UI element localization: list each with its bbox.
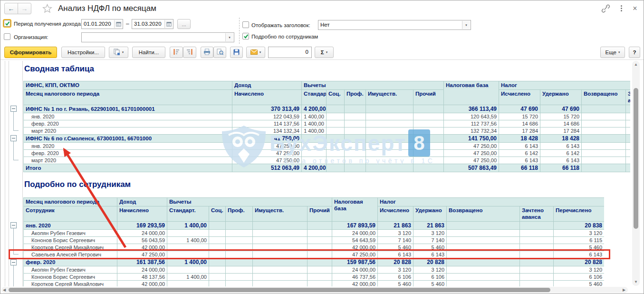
organization-combo[interactable]: ▾ <box>81 32 234 42</box>
value-cell[interactable] <box>626 143 630 150</box>
name-cell[interactable]: янв. 2020 <box>24 222 117 230</box>
value-cell[interactable]: 47 250,00 <box>117 251 167 258</box>
report-variants-button[interactable]: ▾ <box>109 47 128 58</box>
scroll-up-button[interactable]: ▲ <box>632 63 640 67</box>
value-cell[interactable]: 66 118 <box>499 164 540 172</box>
value-cell[interactable] <box>253 281 308 287</box>
value-cell[interactable] <box>327 135 345 143</box>
name-cell[interactable]: ИФНС № 1 по г. Рязань, 622901001, 617010… <box>24 105 232 113</box>
value-cell[interactable]: 6 143 <box>499 143 540 150</box>
generate-button[interactable]: Сформировать <box>4 47 57 58</box>
name-cell[interactable]: Итого <box>24 164 232 172</box>
value-cell[interactable]: 167 893,59 <box>332 222 378 230</box>
value-cell[interactable]: 6 106 <box>378 274 413 281</box>
value-cell[interactable] <box>308 258 332 266</box>
value-cell[interactable]: 24 000,00 <box>332 230 378 237</box>
value-cell[interactable] <box>345 113 366 120</box>
period-from-input[interactable]: 01.01.2020 <box>81 19 123 29</box>
value-cell[interactable]: 6 142 <box>499 150 540 157</box>
value-cell[interactable]: 3 120 <box>378 230 413 237</box>
name-cell[interactable]: ИФНС № 6 по г.Смоленск, 673001001, 66701… <box>24 135 232 143</box>
h-scrollbar[interactable]: ◀ ▶ <box>1 287 628 293</box>
value-cell[interactable] <box>520 244 554 251</box>
value-cell[interactable]: 47 250,00 <box>332 251 378 258</box>
value-cell[interactable]: 6 106 <box>413 274 447 281</box>
value-cell[interactable] <box>308 251 332 258</box>
chevron-down-icon[interactable]: ▾ <box>225 33 233 41</box>
value-cell[interactable]: 6 143 <box>554 251 604 258</box>
value-cell[interactable]: 512 063,49 <box>232 164 302 172</box>
value-cell[interactable] <box>345 105 366 113</box>
value-cell[interactable] <box>520 274 554 281</box>
value-cell[interactable] <box>209 244 226 251</box>
value-cell[interactable] <box>327 105 345 113</box>
value-cell[interactable]: 141 750,00 <box>232 135 302 143</box>
name-cell[interactable]: Коротков Сергей Михайлович <box>24 281 117 287</box>
link-icon[interactable] <box>601 4 610 15</box>
value-cell[interactable]: 24 000,00 <box>117 230 167 237</box>
value-cell[interactable] <box>366 120 413 127</box>
name-cell[interactable]: Савельев Алексей Петрович <box>24 251 117 258</box>
value-cell[interactable] <box>327 113 345 120</box>
value-cell[interactable] <box>226 281 253 287</box>
value-cell[interactable] <box>582 105 626 113</box>
value-cell[interactable] <box>253 258 308 266</box>
value-cell[interactable]: 132 732,34 <box>444 127 499 135</box>
value-cell[interactable] <box>327 150 345 157</box>
value-cell[interactable] <box>302 143 327 150</box>
value-cell[interactable]: 5 460 <box>378 281 413 287</box>
value-cell[interactable] <box>447 237 520 244</box>
sum-button[interactable]: Σ ▾ <box>315 47 334 58</box>
value-cell[interactable]: 5 460 <box>554 281 604 287</box>
collapse-groups-button[interactable] <box>170 47 183 58</box>
value-cell[interactable] <box>582 164 626 172</box>
collapse-toggle[interactable] <box>10 106 17 112</box>
value-cell[interactable] <box>447 281 520 287</box>
value-cell[interactable]: 6 143 <box>413 251 447 258</box>
collapse-toggle[interactable] <box>10 222 17 228</box>
value-cell[interactable] <box>345 143 366 150</box>
value-cell[interactable]: 47 250,00 <box>444 143 499 150</box>
show-header-combo[interactable]: Нет ▾ <box>318 20 471 30</box>
value-cell[interactable] <box>366 150 413 157</box>
detail-child-row[interactable]: Кононов Борис Сергеевич48 137,561 400,00… <box>24 274 605 281</box>
value-cell[interactable] <box>253 222 308 230</box>
value-cell[interactable]: 1 400,00 <box>302 113 327 120</box>
name-cell[interactable]: Акопян Рубен Гезевич <box>24 266 117 274</box>
calendar-icon[interactable] <box>164 20 173 28</box>
name-cell[interactable]: февр. 2020 <box>24 120 232 127</box>
value-cell[interactable]: 6 143 <box>540 157 582 164</box>
value-cell[interactable]: 42 000,00 <box>332 281 378 287</box>
value-cell[interactable]: 370 313,49 <box>232 105 302 113</box>
detail-child-row[interactable]: Кононов Борис Сергеевич56 043,591 400,00… <box>24 237 605 244</box>
value-cell[interactable] <box>209 251 226 258</box>
value-cell[interactable] <box>302 135 327 143</box>
value-cell[interactable] <box>308 237 332 244</box>
value-cell[interactable] <box>447 274 520 281</box>
value-cell[interactable]: 47 250,00 <box>444 157 499 164</box>
value-cell[interactable] <box>226 222 253 230</box>
name-cell[interactable]: март 2020 <box>24 127 232 135</box>
back-button[interactable]: ← <box>4 3 18 14</box>
value-cell[interactable] <box>413 157 444 164</box>
h-scroll-thumb[interactable] <box>9 288 550 292</box>
value-cell[interactable] <box>308 222 332 230</box>
value-cell[interactable] <box>327 127 345 135</box>
value-cell[interactable] <box>366 157 413 164</box>
value-cell[interactable] <box>626 105 630 113</box>
value-cell[interactable] <box>167 230 209 237</box>
value-cell[interactable]: 21 863 <box>378 222 413 230</box>
detail-child-row[interactable]: Акопян Рубен Гезевич24 000,0024 000,003 … <box>24 266 605 274</box>
name-cell[interactable]: янв. 2020 <box>24 113 232 120</box>
scroll-left-button[interactable]: ◀ <box>3 288 6 292</box>
value-cell[interactable]: 14 686 <box>499 120 540 127</box>
value-cell[interactable]: 66 118 <box>540 164 582 172</box>
value-cell[interactable]: 47 250,00 <box>232 157 302 164</box>
value-cell[interactable]: 161 387,56 <box>117 258 167 266</box>
value-cell[interactable] <box>345 120 366 127</box>
value-cell[interactable]: 47 690 <box>499 105 540 113</box>
value-cell[interactable]: 169 293,59 <box>117 222 167 230</box>
detail-group-row[interactable]: янв. 2020169 293,591 400,00167 893,5921 … <box>24 222 605 230</box>
value-cell[interactable] <box>226 258 253 266</box>
value-cell[interactable] <box>413 164 444 172</box>
